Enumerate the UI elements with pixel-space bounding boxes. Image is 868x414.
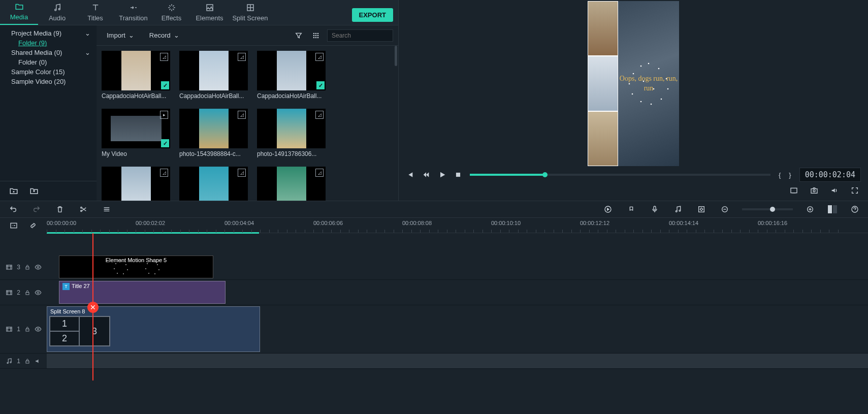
render-button[interactable]: [602, 203, 614, 215]
add-to-timeline-icon[interactable]: ◿: [315, 111, 324, 119]
clip-split-screen-8[interactable]: Split Screen 8 12 3: [47, 306, 260, 352]
add-to-timeline-icon[interactable]: ◿: [238, 169, 246, 177]
mute-icon[interactable]: [35, 358, 42, 365]
tree-shared-media[interactable]: Shared Media (0)⌄: [2, 48, 94, 57]
media-thumb[interactable]: ◿photo-14913786306...: [257, 109, 326, 157]
ruler-mark: 00:00:16:16: [758, 220, 787, 226]
text-icon: [91, 3, 100, 12]
add-to-timeline-icon[interactable]: ▸: [160, 111, 168, 119]
stop-button[interactable]: [455, 171, 462, 178]
lock-icon[interactable]: [24, 264, 30, 270]
volume-button[interactable]: [828, 184, 841, 197]
video-track-3: 3 Element Motion Shape 5: [0, 254, 868, 280]
tab-titles[interactable]: Titles: [76, 0, 114, 25]
tab-elements[interactable]: Elements: [190, 0, 229, 25]
visibility-icon[interactable]: [35, 326, 42, 333]
media-thumb[interactable]: ▸✓My Video: [102, 109, 170, 157]
ruler-mark: 00:00:14:14: [669, 220, 698, 226]
filter-button[interactable]: [293, 29, 305, 42]
timeline-ruler[interactable]: 00:00:00:0000:00:02:0200:00:04:0400:00:0…: [47, 218, 868, 233]
add-to-timeline-icon[interactable]: ◿: [315, 53, 324, 61]
snapshot-button[interactable]: [808, 184, 820, 197]
zoom-out-button[interactable]: [719, 203, 731, 215]
svg-point-45: [37, 266, 39, 268]
add-to-timeline-icon[interactable]: ◿: [160, 53, 168, 61]
scrollbar[interactable]: [395, 46, 397, 66]
lock-icon[interactable]: [24, 358, 30, 364]
svg-point-65: [37, 328, 39, 330]
search-input[interactable]: [327, 29, 393, 42]
mark-out-button[interactable]: }: [789, 171, 791, 179]
audio-mixer-button[interactable]: [672, 203, 684, 215]
svg-rect-64: [26, 329, 29, 332]
svg-rect-29: [811, 189, 817, 194]
clip-label: Element Motion Shape 5: [59, 257, 213, 263]
prev-frame-button[interactable]: [406, 171, 414, 179]
thumb-label: photo-14913786306...: [257, 150, 326, 157]
visibility-icon[interactable]: [35, 289, 42, 296]
tab-split-screen[interactable]: Split Screen: [229, 0, 272, 25]
delete-folder-button[interactable]: [27, 184, 41, 198]
render-preview-button[interactable]: [788, 184, 800, 197]
tab-effects[interactable]: Effects: [152, 0, 190, 25]
add-to-timeline-icon[interactable]: ◿: [315, 169, 324, 177]
add-to-timeline-icon[interactable]: ◿: [160, 169, 168, 177]
edit-tools-button[interactable]: [101, 203, 113, 215]
visibility-icon[interactable]: [35, 264, 42, 271]
grid-view-button[interactable]: [310, 29, 322, 42]
svg-rect-38: [700, 208, 703, 211]
lock-icon[interactable]: [24, 290, 30, 296]
playback-progress[interactable]: [470, 174, 770, 176]
new-folder-button[interactable]: [7, 184, 20, 198]
media-thumb[interactable]: ◿photo-1543988884-c...: [179, 109, 248, 157]
fullscreen-button[interactable]: [849, 184, 861, 197]
record-button[interactable]: Record⌄: [144, 29, 184, 41]
link-button[interactable]: [27, 219, 39, 232]
clip-element-motion[interactable]: Element Motion Shape 5: [59, 256, 213, 278]
keyframe-button[interactable]: [695, 203, 708, 215]
markers-button[interactable]: [625, 203, 637, 215]
media-thumb[interactable]: ◿: [102, 167, 170, 201]
tree-project-media[interactable]: Project Media (9)⌄: [2, 28, 94, 38]
preview-viewport: Oops, dogs run, run, run: [401, 1, 866, 167]
media-thumb[interactable]: ◿✓CappadociaHotAirBall...: [102, 51, 170, 100]
tree-folder-0[interactable]: Folder (0): [2, 57, 94, 67]
svg-point-20: [640, 101, 642, 102]
undo-button[interactable]: [7, 203, 19, 215]
media-thumb[interactable]: ◿: [257, 167, 326, 201]
help-button[interactable]: [849, 203, 861, 215]
clip-title-27[interactable]: TTitle 27: [59, 281, 226, 304]
split-button[interactable]: [77, 203, 89, 215]
media-thumb[interactable]: ◿CappadociaHotAirBall...: [179, 51, 248, 100]
export-button[interactable]: EXPORT: [352, 8, 393, 22]
zoom-slider[interactable]: [742, 208, 793, 210]
svg-rect-61: [26, 292, 29, 295]
add-to-timeline-icon[interactable]: ◿: [238, 111, 246, 119]
mark-in-button[interactable]: {: [779, 171, 781, 179]
zoom-in-button[interactable]: [804, 203, 816, 215]
svg-point-50: [117, 273, 118, 274]
add-to-timeline-icon[interactable]: ◿: [238, 53, 246, 61]
import-button[interactable]: Import⌄: [102, 29, 139, 41]
play-backward-button[interactable]: [422, 171, 430, 179]
tab-audio[interactable]: Audio: [38, 0, 76, 25]
timeline-view-toggle[interactable]: [827, 205, 838, 213]
voiceover-button[interactable]: [649, 203, 661, 215]
manage-tracks-button[interactable]: [8, 219, 20, 232]
media-thumb[interactable]: ◿✓CappadociaHotAirBall...: [257, 51, 326, 100]
tab-transition[interactable]: Transition: [114, 0, 152, 25]
tree-sample-video[interactable]: Sample Video (20): [2, 77, 94, 86]
svg-rect-60: [7, 290, 12, 294]
svg-point-57: [148, 273, 149, 274]
ruler-mark: 00:00:10:10: [491, 220, 521, 226]
tab-media[interactable]: Media: [0, 0, 38, 25]
tree-folder-9[interactable]: Folder (9): [2, 38, 94, 48]
lock-icon[interactable]: [24, 326, 30, 332]
media-thumb[interactable]: ◿: [179, 167, 248, 201]
svg-point-10: [313, 37, 315, 38]
delete-button[interactable]: [54, 203, 66, 215]
svg-point-9: [317, 35, 319, 36]
tree-sample-color[interactable]: Sample Color (15): [2, 67, 94, 77]
play-button[interactable]: [438, 171, 446, 179]
redo-button[interactable]: [30, 203, 43, 215]
